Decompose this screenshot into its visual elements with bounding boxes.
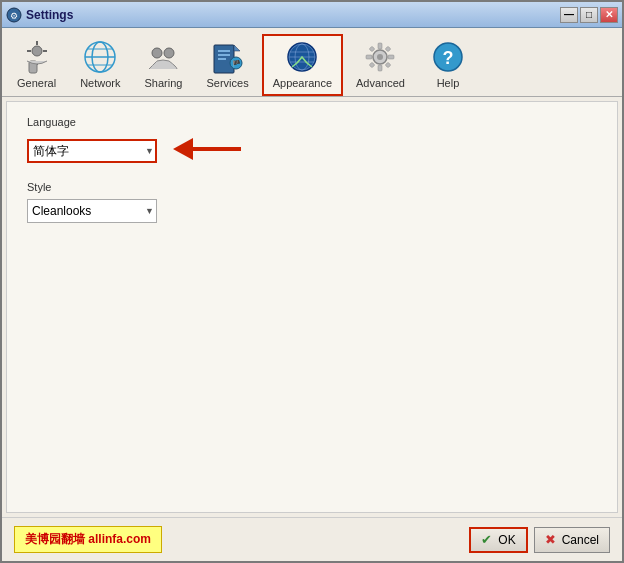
maximize-button[interactable]: □: [580, 7, 598, 23]
svg-rect-35: [386, 46, 392, 52]
toolbar-item-advanced[interactable]: Advanced: [345, 34, 416, 96]
svg-rect-33: [388, 55, 394, 59]
svg-rect-36: [370, 62, 376, 68]
close-button[interactable]: ✕: [600, 7, 618, 23]
ok-button[interactable]: OK: [469, 527, 527, 553]
style-group-label: Style: [27, 181, 597, 193]
advanced-label: Advanced: [356, 77, 405, 89]
services-label: Services: [206, 77, 248, 89]
svg-rect-18: [218, 54, 230, 56]
network-icon: [82, 39, 118, 75]
toolbar-item-sharing[interactable]: Sharing: [133, 34, 193, 96]
advanced-icon: [362, 39, 398, 75]
svg-point-14: [164, 48, 174, 58]
toolbar: General Network: [2, 28, 622, 97]
svg-marker-41: [173, 138, 193, 160]
toolbar-item-services[interactable]: 🏴 Services: [195, 34, 259, 96]
titlebar: ⚙ Settings — □ ✕: [2, 2, 622, 28]
svg-rect-19: [218, 58, 226, 60]
svg-rect-32: [366, 55, 372, 59]
svg-rect-17: [218, 50, 230, 52]
svg-point-2: [32, 46, 42, 56]
ok-label: OK: [498, 533, 515, 547]
svg-rect-30: [378, 43, 382, 49]
sharing-label: Sharing: [145, 77, 183, 89]
language-select-container: 简体字 English 日本語 한국어 Deutsch Français: [27, 139, 157, 163]
svg-point-13: [152, 48, 162, 58]
help-icon: ?: [430, 39, 466, 75]
help-label: Help: [437, 77, 460, 89]
style-select-container: Cleanlooks Windows GTK+ Plastique Motif: [27, 199, 157, 223]
language-select[interactable]: 简体字 English 日本語 한국어 Deutsch Français: [27, 139, 157, 163]
svg-text:🏴: 🏴: [231, 59, 240, 68]
footer: 美博园翻墙 allinfa.com OK Cancel: [2, 517, 622, 561]
appearance-icon: [284, 39, 320, 75]
cancel-button[interactable]: Cancel: [534, 527, 610, 553]
titlebar-buttons: — □ ✕: [560, 7, 618, 23]
svg-rect-34: [370, 46, 376, 52]
svg-marker-16: [234, 45, 240, 51]
svg-text:⚙: ⚙: [10, 11, 18, 21]
general-icon: [19, 39, 55, 75]
window-icon: ⚙: [6, 7, 22, 23]
toolbar-item-general[interactable]: General: [6, 34, 67, 96]
sharing-icon: [145, 39, 181, 75]
footer-buttons: OK Cancel: [469, 527, 610, 553]
red-arrow-indicator: [173, 134, 253, 167]
svg-rect-40: [193, 147, 241, 151]
language-row: 简体字 English 日本語 한국어 Deutsch Français: [27, 134, 597, 167]
cancel-label: Cancel: [562, 533, 599, 547]
toolbar-item-help[interactable]: ? Help: [418, 34, 478, 96]
toolbar-item-network[interactable]: Network: [69, 34, 131, 96]
network-label: Network: [80, 77, 120, 89]
content-area: Language 简体字 English 日本語 한국어 Deutsch Fra…: [6, 101, 618, 513]
language-group-label: Language: [27, 116, 597, 128]
svg-rect-37: [386, 62, 392, 68]
appearance-label: Appearance: [273, 77, 332, 89]
settings-window: ⚙ Settings — □ ✕: [0, 0, 624, 563]
svg-rect-31: [378, 65, 382, 71]
services-icon: 🏴: [210, 39, 246, 75]
svg-point-29: [377, 54, 383, 60]
style-section: Style Cleanlooks Windows GTK+ Plastique …: [27, 181, 597, 223]
toolbar-item-appearance[interactable]: Appearance: [262, 34, 343, 96]
minimize-button[interactable]: —: [560, 7, 578, 23]
svg-text:?: ?: [442, 48, 453, 68]
general-label: General: [17, 77, 56, 89]
watermark-text: 美博园翻墙 allinfa.com: [25, 532, 151, 546]
cancel-icon: [545, 532, 558, 547]
watermark-box: 美博园翻墙 allinfa.com: [14, 526, 162, 553]
window-title: Settings: [26, 8, 560, 22]
style-select[interactable]: Cleanlooks Windows GTK+ Plastique Motif: [27, 199, 157, 223]
ok-icon: [481, 532, 494, 547]
